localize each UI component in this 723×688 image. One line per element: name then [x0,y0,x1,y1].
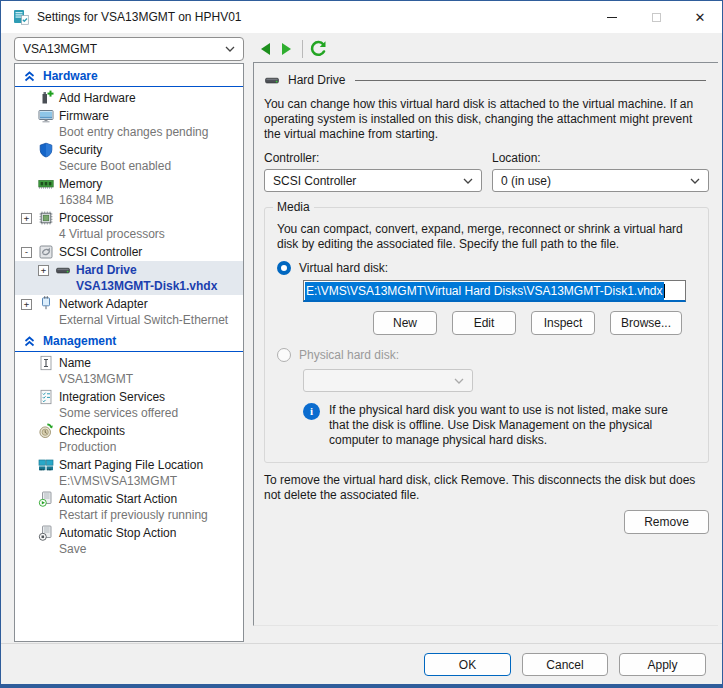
sidebar-item-security[interactable]: Security Secure Boot enabled [15,141,243,175]
apply-button[interactable]: Apply [619,653,706,676]
sidebar-item-firmware[interactable]: Firmware Boot entry changes pending [15,107,243,141]
info-icon: i [303,403,320,420]
processor-icon [38,210,54,226]
physical-disk-dropdown [303,369,473,392]
close-icon: ✕ [695,11,706,24]
settings-dialog: Settings for VSA13MGMT on HPHV01 ✕ VSA13… [0,0,723,688]
hardware-nav-list: Hardware Add Hardware Firmware Boot entr… [14,63,244,642]
sidebar-item-name[interactable]: Name VSA13MGMT [15,354,243,388]
vm-selector-dropdown[interactable]: VSA13MGMT [14,37,244,61]
refresh-button[interactable] [310,40,327,57]
collapse-icon[interactable]: - [21,247,32,258]
sidebar-item-scsi-controller[interactable]: - SCSI Controller [15,243,243,261]
sidebar-item-memory[interactable]: Memory 16384 MB [15,175,243,209]
add-hardware-icon [38,90,54,106]
minimize-button[interactable] [590,1,634,33]
collapse-chevron-icon [24,336,35,347]
vm-selector-value: VSA13MGMT [23,42,225,56]
section-hardware[interactable]: Hardware [15,66,243,87]
section-management[interactable]: Management [15,331,243,352]
expand-icon[interactable]: + [38,265,49,276]
remove-note-text: To remove the virtual hard disk, click R… [264,473,706,503]
panel-intro-text: You can change how this virtual hard dis… [264,97,706,142]
auto-stop-icon [38,525,54,541]
sidebar-item-integration-services[interactable]: Integration Services Some services offer… [15,388,243,422]
expand-icon[interactable]: + [21,213,32,224]
hard-drive-settings-panel: Hard Drive You can change how this virtu… [253,62,718,626]
sidebar-item-network-adapter[interactable]: + Network Adapter External Virtual Switc… [15,295,243,329]
vhd-path-input[interactable]: E:\VMS\VSA13MGMT\Virtual Hard Disks\VSA1… [303,280,686,302]
firmware-icon [38,108,54,124]
toolbar-separator [302,40,303,58]
inspect-button[interactable]: Inspect [531,311,595,335]
selected-text: E:\VMS\VSA13MGMT\Virtual Hard Disks\VSA1… [305,282,664,300]
radio-disabled-icon [277,348,291,362]
sidebar-item-processor[interactable]: + Processor 4 Virtual processors [15,209,243,243]
media-intro-text: You can compact, convert, expand, merge,… [277,222,696,252]
vm-settings-icon [13,9,29,25]
remove-button[interactable]: Remove [624,510,709,534]
browse-button[interactable]: Browse... [610,311,682,335]
panel-header: Hard Drive [264,72,706,88]
maximize-icon [652,13,661,22]
sidebar-item-smart-paging[interactable]: Smart Paging File Location E:\VMS\VSA13M… [15,456,243,490]
controller-label: Controller: [264,151,482,165]
sidebar-item-auto-stop-action[interactable]: Automatic Stop Action Save [15,524,243,558]
navigate-forward-button[interactable] [281,42,293,56]
sidebar-item-checkpoints[interactable]: Checkpoints Production [15,422,243,456]
expand-icon[interactable]: + [21,299,32,310]
memory-icon [38,176,54,192]
text-caret [664,284,665,298]
scsi-controller-icon [38,244,54,260]
new-button[interactable]: New [373,311,437,335]
ok-button[interactable]: OK [424,653,511,676]
media-group-label: Media [273,200,314,214]
edit-button[interactable]: Edit [452,311,516,335]
smart-paging-icon [38,457,54,473]
navigate-back-button[interactable] [259,42,271,56]
sidebar-item-auto-start-action[interactable]: Automatic Start Action Restart if previo… [15,490,243,524]
title-bar: Settings for VSA13MGMT on HPHV01 ✕ [1,1,722,33]
panel-title: Hard Drive [288,73,345,87]
collapse-chevron-icon [24,71,35,82]
chevron-down-icon [463,178,473,184]
auto-start-icon [38,491,54,507]
media-groupbox: Media You can compact, convert, expand, … [264,207,709,463]
physical-hard-disk-radio: Physical hard disk: [277,348,696,362]
controller-dropdown[interactable]: SCSI Controller [264,169,482,192]
section-label: Management [43,334,116,348]
rename-icon [38,355,54,371]
footer-separator [1,643,722,644]
location-label: Location: [492,151,709,165]
cancel-button[interactable]: Cancel [522,653,608,676]
chevron-down-icon [454,378,464,384]
radio-selected-icon [277,261,291,275]
maximize-button [634,1,678,33]
network-adapter-icon [38,296,54,312]
location-dropdown[interactable]: 0 (in use) [492,169,709,192]
hard-drive-icon [55,262,71,278]
integration-services-icon [38,389,54,405]
sidebar-item-add-hardware[interactable]: Add Hardware [15,89,243,107]
toolbar: VSA13MGMT [1,33,722,63]
section-label: Hardware [43,69,98,83]
chevron-down-icon [690,178,700,184]
minimize-icon [607,17,617,18]
checkpoints-icon [38,423,54,439]
header-rule [355,80,706,81]
physical-disk-info-text: If the physical hard disk you want to us… [329,403,688,448]
virtual-hard-disk-radio[interactable]: Virtual hard disk: [277,261,696,275]
window-title: Settings for VSA13MGMT on HPHV01 [37,10,242,24]
sidebar-item-hard-drive[interactable]: + Hard Drive VSA13MGMT-Disk1.vhdx [15,261,243,295]
security-shield-icon [38,142,54,158]
chevron-down-icon [225,46,235,52]
close-button[interactable]: ✕ [678,1,722,33]
hard-drive-icon [264,72,280,88]
